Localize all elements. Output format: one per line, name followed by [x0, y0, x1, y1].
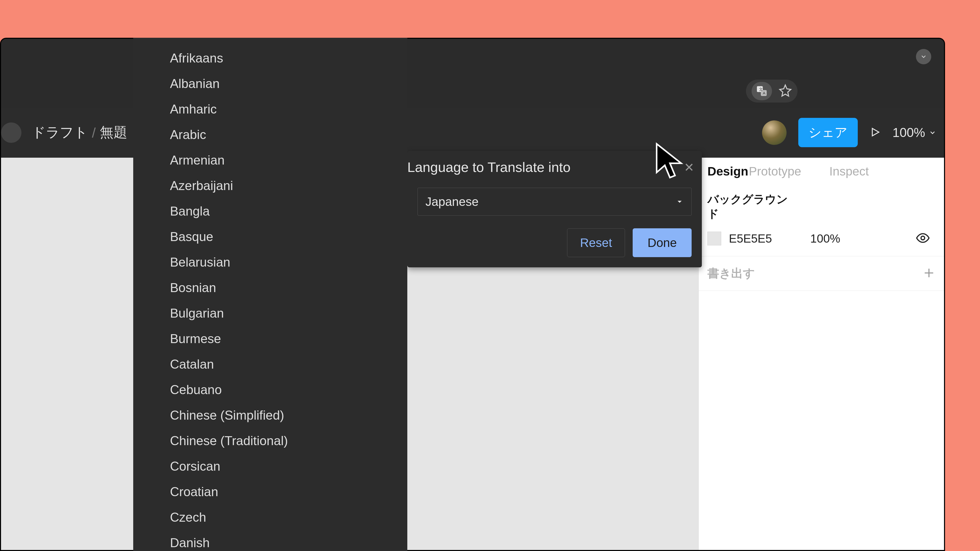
language-option[interactable]: Bangla	[133, 198, 407, 224]
color-opacity[interactable]: 100%	[810, 232, 840, 245]
language-option[interactable]: Amharic	[133, 97, 407, 122]
language-option[interactable]: Catalan	[133, 351, 407, 377]
add-export-button[interactable]	[923, 267, 935, 280]
zoom-control[interactable]: 100%	[892, 125, 936, 140]
play-icon	[870, 127, 881, 138]
dropdown-caret-icon	[676, 198, 684, 206]
language-dropdown: AfrikaansAlbanianAmharicArabicArmenianAz…	[133, 38, 407, 551]
tab-design[interactable]: Design	[708, 164, 748, 178]
language-option[interactable]: Cebuano	[133, 377, 407, 403]
translate-popover: Language to Translate into ✕ Japanese Re…	[407, 151, 702, 267]
background-section: バックグラウンド E5E5E5 100%	[699, 185, 944, 256]
plus-icon	[923, 267, 935, 279]
reset-button[interactable]: Reset	[567, 228, 625, 257]
background-title: バックグラウンド	[708, 192, 794, 221]
language-option[interactable]: Chinese (Simplified)	[133, 403, 407, 428]
svg-text:A: A	[763, 91, 765, 95]
address-actions: 文 A	[746, 79, 797, 103]
popover-actions: Reset Done	[407, 216, 702, 267]
close-button[interactable]: ✕	[684, 160, 694, 175]
panel-tabs: Design Prototype Inspect	[699, 158, 944, 185]
browser-menu-button[interactable]	[916, 49, 931, 64]
popover-title-text: Language to Translate into	[407, 159, 570, 175]
language-option[interactable]: Belarusian	[133, 249, 407, 275]
breadcrumb: ドラフト / 無題	[32, 123, 127, 142]
tab-prototype[interactable]: Prototype	[749, 164, 801, 178]
language-option[interactable]: Armenian	[133, 148, 407, 173]
caret-down-icon	[920, 53, 927, 60]
export-section: 書き出す	[699, 256, 944, 291]
star-icon	[779, 84, 792, 97]
figma-logo[interactable]	[1, 122, 21, 143]
language-option[interactable]: Croatian	[133, 479, 407, 505]
language-option[interactable]: Afrikaans	[133, 45, 407, 71]
tab-inspect[interactable]: Inspect	[829, 164, 869, 178]
present-button[interactable]	[870, 127, 881, 139]
breadcrumb-file[interactable]: 無題	[100, 123, 127, 142]
header-right: シェア 100%	[762, 118, 936, 147]
language-option[interactable]: Burmese	[133, 326, 407, 351]
zoom-value: 100%	[892, 125, 925, 140]
language-option[interactable]: Bosnian	[133, 275, 407, 300]
popover-title: Language to Translate into ✕	[407, 151, 702, 183]
avatar[interactable]	[762, 121, 787, 145]
language-option[interactable]: Chinese (Traditional)	[133, 428, 407, 454]
language-option[interactable]: Corsican	[133, 454, 407, 479]
language-option[interactable]: Bulgarian	[133, 300, 407, 326]
breadcrumb-separator: /	[92, 125, 96, 141]
language-option[interactable]: Czech	[133, 505, 407, 530]
language-option[interactable]: Arabic	[133, 122, 407, 148]
breadcrumb-folder[interactable]: ドラフト	[32, 123, 88, 142]
selected-language: Japanese	[425, 195, 479, 209]
color-swatch[interactable]	[708, 232, 721, 245]
color-hex[interactable]: E5E5E5	[729, 232, 772, 245]
svg-point-4	[921, 236, 925, 240]
background-row: E5E5E5 100%	[708, 230, 935, 246]
bookmark-star-button[interactable]	[779, 84, 792, 98]
export-label: 書き出す	[708, 265, 755, 281]
translate-button[interactable]: 文 A	[752, 82, 772, 100]
chevron-down-icon	[929, 129, 936, 137]
share-button[interactable]: シェア	[798, 118, 858, 147]
visibility-toggle[interactable]	[915, 230, 930, 246]
right-panel: Design Prototype Inspect バックグラウンド E5E5E5…	[698, 158, 944, 550]
language-option[interactable]: Azerbaijani	[133, 173, 407, 198]
translate-icon: 文 A	[756, 85, 768, 97]
svg-text:文: 文	[759, 87, 763, 91]
done-button[interactable]: Done	[633, 228, 692, 257]
language-option[interactable]: Albanian	[133, 71, 407, 97]
eye-icon	[915, 230, 930, 245]
language-option[interactable]: Danish	[133, 530, 407, 551]
language-option[interactable]: Basque	[133, 224, 407, 249]
language-select[interactable]: Japanese	[417, 188, 692, 216]
